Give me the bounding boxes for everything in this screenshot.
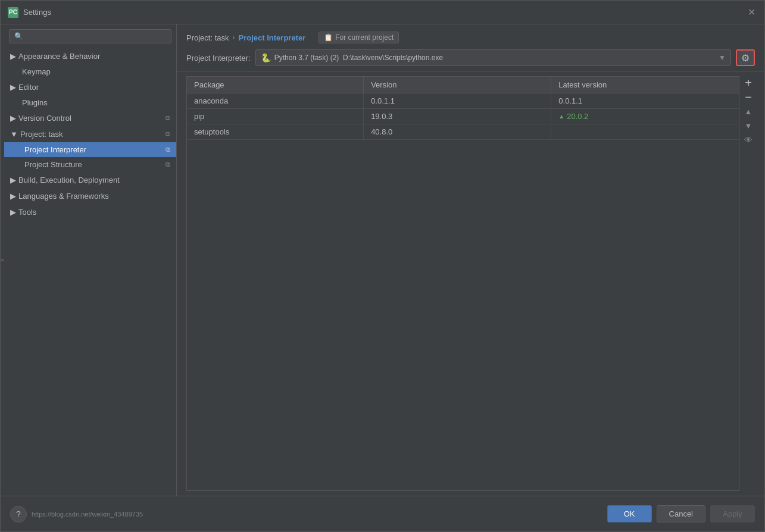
ok-button[interactable]: OK bbox=[607, 505, 652, 522]
sidebar-item-build[interactable]: ▶ Build, Execution, Deployment bbox=[4, 172, 176, 188]
copy-icon-structure: ⧉ bbox=[166, 161, 170, 168]
package-latest: 20.0.2 bbox=[551, 109, 739, 124]
sidebar-item-project-task[interactable]: ▼ Project: task ⧉ bbox=[4, 126, 176, 142]
sidebar-item-label-interpreter: Project Interpreter bbox=[10, 145, 86, 154]
dialog-footer: ? https://blog.csdn.net/weixin_43489735 … bbox=[1, 496, 764, 531]
sidebar-item-label-tools: Tools bbox=[18, 208, 36, 217]
package-name: setuptools bbox=[187, 124, 364, 140]
sidebar-item-project-interpreter[interactable]: Project Interpreter ⧉ bbox=[4, 142, 176, 157]
interpreter-select[interactable]: 🐍 Python 3.7 (task) (2) D:\task\venv\Scr… bbox=[255, 49, 731, 66]
window-title: Settings bbox=[23, 8, 745, 17]
expand-arrow-editor: ▶ bbox=[10, 83, 16, 92]
settings-dialog: PC Settings ✕ k 🔍 ▶ Appearance & Behavio… bbox=[0, 0, 765, 532]
gear-button[interactable]: ⚙ bbox=[736, 49, 755, 66]
sidebar-item-label-languages: Languages & Frameworks bbox=[18, 192, 109, 201]
badge-text: For current project bbox=[335, 33, 394, 42]
package-name: anaconda bbox=[187, 93, 364, 109]
panel-header: Project: task › Project Interpreter 📋 Fo… bbox=[177, 24, 764, 71]
package-version: 40.8.0 bbox=[364, 124, 551, 140]
col-header-package: Package bbox=[187, 77, 364, 93]
table-row[interactable]: setuptools 40.8.0 bbox=[187, 124, 739, 140]
breadcrumb-separator: › bbox=[233, 33, 235, 42]
packages-table: Package Version Latest version anaconda … bbox=[187, 77, 739, 140]
sidebar-item-tools[interactable]: ▶ Tools bbox=[4, 204, 176, 220]
copy-icon-project: ⧉ bbox=[166, 130, 170, 138]
search-icon: 🔍 bbox=[14, 32, 23, 40]
upgrade-indicator: 20.0.2 bbox=[558, 112, 732, 121]
breadcrumb-current: Project Interpreter bbox=[239, 33, 306, 42]
add-package-button[interactable]: + bbox=[742, 76, 755, 89]
interpreter-label: Project Interpreter: bbox=[186, 54, 251, 62]
expand-arrow-project: ▼ bbox=[10, 130, 18, 139]
sidebar-item-appearance[interactable]: ▶ Appearance & Behavior bbox=[4, 48, 176, 64]
sidebar-item-plugins[interactable]: Plugins bbox=[4, 95, 176, 110]
breadcrumb-parent: Project: task bbox=[186, 33, 229, 42]
expand-arrow-appearance: ▶ bbox=[10, 52, 16, 61]
cancel-button[interactable]: Cancel bbox=[657, 505, 705, 522]
breadcrumb: Project: task › Project Interpreter 📋 Fo… bbox=[186, 32, 755, 43]
badge-icon: 📋 bbox=[324, 33, 333, 42]
expand-arrow-tools: ▶ bbox=[10, 208, 16, 217]
eye-button[interactable]: 👁 bbox=[742, 133, 755, 146]
sidebar-item-version-control[interactable]: ▶ Version Control ⧉ bbox=[4, 110, 176, 126]
sidebar-item-languages[interactable]: ▶ Languages & Frameworks bbox=[4, 188, 176, 204]
sidebar-item-editor[interactable]: ▶ Editor bbox=[4, 79, 176, 95]
gear-icon: ⚙ bbox=[741, 52, 750, 64]
title-bar: PC Settings ✕ bbox=[1, 1, 764, 24]
sidebar-item-label-build: Build, Execution, Deployment bbox=[18, 176, 120, 184]
sidebar-item-label-vc: Version Control bbox=[18, 114, 71, 123]
sidebar-item-label-editor: Editor bbox=[18, 83, 39, 92]
sidebar-item-label-plugins: Plugins bbox=[10, 98, 48, 107]
close-button[interactable]: ✕ bbox=[745, 7, 757, 18]
app-icon: PC bbox=[8, 7, 18, 18]
copy-icon-interpreter: ⧉ bbox=[166, 146, 170, 154]
sidebar-item-label-structure: Project Structure bbox=[10, 160, 82, 169]
package-name: pip bbox=[187, 109, 364, 124]
scroll-down-button[interactable]: ▼ bbox=[742, 119, 755, 132]
scroll-up-button[interactable]: ▲ bbox=[742, 105, 755, 118]
sidebar-item-label-appearance: Appearance & Behavior bbox=[18, 52, 100, 61]
remove-package-button[interactable]: − bbox=[742, 90, 755, 104]
main-content: k 🔍 ▶ Appearance & Behavior Keymap ▶ Edi… bbox=[1, 24, 764, 496]
table-row[interactable]: pip 19.0.3 20.0.2 bbox=[187, 109, 739, 124]
python-icon: 🐍 bbox=[261, 53, 271, 62]
package-version: 19.0.3 bbox=[364, 109, 551, 124]
sidebar-item-keymap[interactable]: Keymap bbox=[4, 64, 176, 79]
footer-url: https://blog.csdn.net/weixin_43489735 bbox=[32, 511, 602, 518]
sidebar: 🔍 ▶ Appearance & Behavior Keymap ▶ Edito… bbox=[4, 24, 177, 496]
right-panel: Project: task › Project Interpreter 📋 Fo… bbox=[177, 24, 764, 496]
current-project-badge: 📋 For current project bbox=[319, 32, 399, 43]
expand-arrow-vc: ▶ bbox=[10, 114, 16, 123]
copy-icon-vc: ⧉ bbox=[166, 114, 170, 122]
apply-button[interactable]: Apply bbox=[710, 505, 755, 522]
sidebar-item-label-keymap: Keymap bbox=[10, 67, 51, 76]
col-header-version: Version bbox=[364, 77, 551, 93]
sidebar-item-project-structure[interactable]: Project Structure ⧉ bbox=[4, 157, 176, 172]
package-version: 0.0.1.1 bbox=[364, 93, 551, 109]
expand-arrow-languages: ▶ bbox=[10, 192, 16, 201]
panel-body: Package Version Latest version anaconda … bbox=[177, 71, 764, 496]
side-buttons: + − ▲ ▼ 👁 bbox=[739, 76, 755, 491]
expand-arrow-build: ▶ bbox=[10, 176, 16, 184]
sidebar-search-container: 🔍 bbox=[9, 29, 171, 43]
sidebar-item-label-project: Project: task bbox=[20, 130, 63, 139]
package-latest bbox=[551, 124, 739, 140]
interpreter-value: Python 3.7 (task) (2) D:\task\venv\Scrip… bbox=[274, 54, 443, 62]
col-header-latest: Latest version bbox=[551, 77, 739, 93]
search-input[interactable] bbox=[27, 32, 166, 40]
dropdown-arrow-icon: ▼ bbox=[719, 54, 726, 62]
help-button[interactable]: ? bbox=[10, 506, 27, 522]
interpreter-row: Project Interpreter: 🐍 Python 3.7 (task)… bbox=[186, 49, 755, 66]
packages-table-wrapper: Package Version Latest version anaconda … bbox=[186, 76, 739, 491]
table-row[interactable]: anaconda 0.0.1.1 0.0.1.1 bbox=[187, 93, 739, 109]
package-latest: 0.0.1.1 bbox=[551, 93, 739, 109]
